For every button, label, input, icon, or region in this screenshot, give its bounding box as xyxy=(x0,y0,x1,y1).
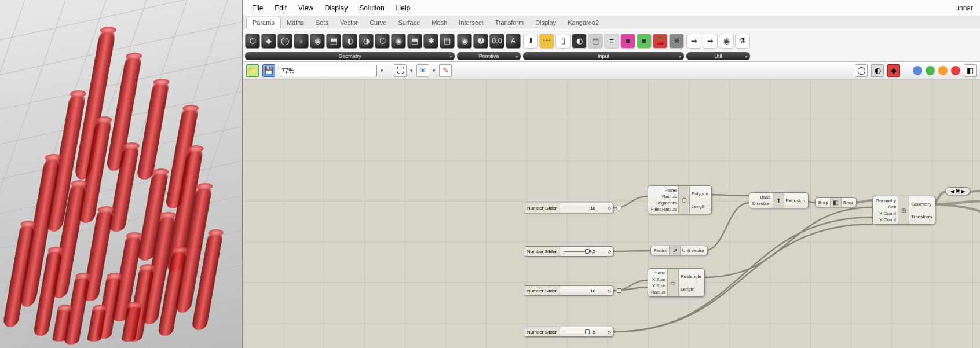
ribbon-group-geometry[interactable]: Geometry xyxy=(245,52,455,60)
tab-vector[interactable]: Vector xyxy=(334,17,364,28)
ribbon-geometry-3-icon[interactable]: ⬨ xyxy=(294,34,309,49)
menu-view[interactable]: View xyxy=(292,2,319,14)
menu-bar: File Edit View Display Solution Help unn… xyxy=(243,0,980,16)
ribbon: ⬡◆◯⬨◉⬒◐◑⬡◉⬒✱▤Geometry◉➐0.0APrimitive⬇〰▯◐… xyxy=(243,28,980,62)
preview-icon[interactable]: 👁 xyxy=(416,64,429,77)
ribbon-geometry-7-icon[interactable]: ◑ xyxy=(359,34,374,49)
ribbon-geometry-10-icon[interactable]: ⬒ xyxy=(407,34,422,49)
preview-red-icon[interactable] xyxy=(951,66,960,75)
svg-line-0 xyxy=(0,0,242,46)
number-slider-0[interactable]: Number Slider 10 ◇ xyxy=(524,203,613,213)
extrude-component[interactable]: BaseDirection⬆Extrusion xyxy=(749,192,809,208)
ribbon-input-0-icon[interactable]: ⬇ xyxy=(523,34,538,49)
tab-surface[interactable]: Surface xyxy=(392,17,426,28)
tab-curve[interactable]: Curve xyxy=(364,17,392,28)
ribbon-geometry-8-icon[interactable]: ⬡ xyxy=(375,34,390,49)
recgrid-component[interactable]: GeometryCellX CountY Count⊞GeometryTrans… xyxy=(872,196,935,225)
ribbon-group-input[interactable]: Input xyxy=(523,52,684,60)
ribbon-geometry-12-icon[interactable]: ▤ xyxy=(440,34,455,49)
preview-green-icon[interactable] xyxy=(926,66,935,75)
ribbon-input-7-icon[interactable]: ■ xyxy=(637,34,652,49)
menu-file[interactable]: File xyxy=(246,2,269,14)
sketch-icon[interactable]: ✎ xyxy=(439,64,452,77)
tab-kangaroo2[interactable]: Kangaroo2 xyxy=(562,17,605,28)
tab-display[interactable]: Display xyxy=(529,17,562,28)
ribbon-geometry-4-icon[interactable]: ◉ xyxy=(310,34,325,49)
number-slider-1[interactable]: Number Slider 4.5 ◇ xyxy=(524,246,613,257)
ribbon-primitive-3-icon[interactable]: A xyxy=(506,34,521,49)
rhino-viewport[interactable] xyxy=(0,0,242,348)
ribbon-util-0-icon[interactable]: ➡ xyxy=(686,34,701,49)
brep-component[interactable]: Brep◧Brep xyxy=(815,197,857,207)
tab-mesh[interactable]: Mesh xyxy=(426,17,453,28)
wireframe-icon[interactable]: ◯ xyxy=(855,64,868,77)
save-icon[interactable]: 💾 xyxy=(262,64,275,77)
shaded-icon[interactable]: ◐ xyxy=(871,64,884,77)
number-slider-2[interactable]: Number Slider 10 ◇ xyxy=(524,285,613,296)
menu-solution[interactable]: Solution xyxy=(353,2,390,14)
slider-label: Number Slider xyxy=(524,286,560,295)
number-slider-3[interactable]: Number Slider 5 ◇ xyxy=(524,327,613,337)
canvas[interactable]: Number Slider 10 ◇Number Slider 4.5 ◇Num… xyxy=(243,79,980,348)
zoom-select[interactable] xyxy=(279,65,377,76)
preview-selected-icon[interactable] xyxy=(913,66,922,75)
unitvec-component[interactable]: Factor⇗Unit vector xyxy=(650,246,708,255)
ribbon-input-5-icon[interactable]: ≡ xyxy=(604,34,619,49)
ribbon-group-util[interactable]: Util xyxy=(686,52,750,60)
document-title: unnar xyxy=(949,2,977,14)
open-icon[interactable]: 📁 xyxy=(246,64,259,77)
zoom-extents-icon[interactable]: ⛶ xyxy=(394,64,407,77)
svg-line-1 xyxy=(0,12,242,81)
slider-label: Number Slider xyxy=(524,247,560,256)
slider-label: Number Slider xyxy=(524,327,560,336)
cull-component[interactable]: ◀ ✖ ▶ xyxy=(945,187,970,195)
ribbon-util-1-icon[interactable]: ➡ xyxy=(703,34,718,49)
ribbon-primitive-0-icon[interactable]: ◉ xyxy=(457,34,472,49)
wires-layer xyxy=(243,79,980,348)
ribbon-group-primitive[interactable]: Primitive xyxy=(457,52,521,60)
ribbon-geometry-9-icon[interactable]: ◉ xyxy=(391,34,406,49)
ribbon-util-3-icon[interactable]: ⚗ xyxy=(735,34,750,49)
ribbon-primitive-1-icon[interactable]: ➐ xyxy=(473,34,488,49)
preview-orange-icon[interactable] xyxy=(938,66,948,75)
tab-transform[interactable]: Transform xyxy=(489,17,529,28)
tab-intersect[interactable]: Intersect xyxy=(453,17,489,28)
ribbon-geometry-1-icon[interactable]: ◆ xyxy=(261,34,276,49)
tab-params[interactable]: Params xyxy=(246,17,281,28)
ribbon-geometry-5-icon[interactable]: ⬒ xyxy=(326,34,341,49)
rectangle-component[interactable]: PlaneX SizeY SizeRadius▭RectangleLength xyxy=(648,268,705,297)
ribbon-input-4-icon[interactable]: ▤ xyxy=(588,34,603,49)
polygon-component[interactable]: PlaneRadiusSegmentsFillet Radius⬡Polygon… xyxy=(648,185,712,214)
ribbon-util-2-icon[interactable]: ◉ xyxy=(719,34,734,49)
tab-maths[interactable]: Maths xyxy=(281,17,310,28)
menu-display[interactable]: Display xyxy=(319,2,353,14)
ribbon-input-6-icon[interactable]: ■ xyxy=(620,34,635,49)
grasshopper-window: File Edit View Display Solution Help unn… xyxy=(242,0,980,348)
tab-sets[interactable]: Sets xyxy=(310,17,334,28)
ribbon-input-9-icon[interactable]: ❋ xyxy=(669,34,684,49)
ribbon-input-2-icon[interactable]: ▯ xyxy=(555,34,571,49)
ribbon-geometry-11-icon[interactable]: ✱ xyxy=(423,34,438,49)
ribbon-primitive-2-icon[interactable]: 0.0 xyxy=(489,34,504,49)
rendered-icon[interactable]: ◆ xyxy=(887,64,900,77)
ribbon-geometry-6-icon[interactable]: ◐ xyxy=(342,34,357,49)
ribbon-tabs: ParamsMathsSetsVectorCurveSurfaceMeshInt… xyxy=(243,16,980,28)
slider-label: Number Slider xyxy=(524,203,560,213)
menu-edit[interactable]: Edit xyxy=(269,2,292,14)
ribbon-geometry-0-icon[interactable]: ⬡ xyxy=(245,34,260,49)
ribbon-input-1-icon[interactable]: 〰 xyxy=(539,34,554,49)
menu-help[interactable]: Help xyxy=(390,2,416,14)
preview-settings-icon[interactable]: ◧ xyxy=(964,64,977,77)
ribbon-input-8-icon[interactable]: 🍒 xyxy=(653,34,668,49)
ribbon-input-3-icon[interactable]: ◐ xyxy=(572,34,587,49)
ribbon-geometry-2-icon[interactable]: ◯ xyxy=(277,34,292,49)
document-toolbar: 📁 💾 ▾ ⛶ ▾ 👁 ▾ ✎ ◯ ◐ ◆ ◧ xyxy=(243,62,980,79)
